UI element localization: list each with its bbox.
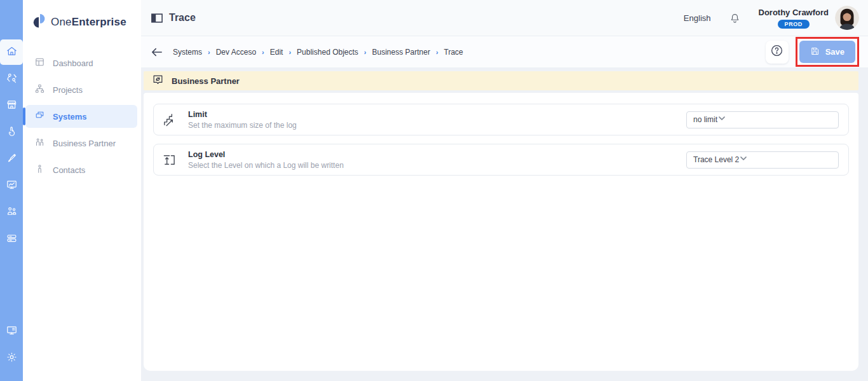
breadcrumb-separator: ›	[436, 48, 438, 56]
breadcrumb-separator: ›	[364, 48, 367, 56]
paintbrush-icon	[6, 152, 18, 167]
log-level-dropdown-value: Trace Level 2	[693, 155, 739, 164]
chevron-down-icon	[717, 114, 726, 125]
sidebar-item-label: Systems	[53, 112, 86, 121]
rail-item-monitor-chart[interactable]	[0, 173, 23, 198]
section-banner-title: Business Partner	[172, 76, 240, 86]
monitor-apps-icon	[6, 324, 18, 339]
home-icon	[6, 45, 18, 60]
breadcrumb-separator: ›	[208, 48, 210, 56]
log-level-dropdown[interactable]: Trace Level 2	[686, 151, 839, 169]
log-level-icon	[162, 153, 177, 167]
rail-item-hand-pointer[interactable]	[0, 120, 23, 145]
breadcrumb-item[interactable]: Published Objects	[297, 48, 358, 57]
help-button[interactable]	[766, 41, 789, 64]
chevron-down-icon	[739, 154, 748, 165]
breadcrumb-item[interactable]: Edit	[270, 48, 283, 57]
sidebar-item-dashboard[interactable]: Dashboard	[25, 52, 137, 74]
icon-rail	[0, 0, 23, 381]
hand-pointer-icon	[6, 125, 18, 140]
monitor-chart-icon	[6, 179, 18, 193]
user-name: Dorothy Crawford	[759, 8, 829, 17]
sidebar: OneEnterprise Dashboard Projects Systems…	[23, 0, 141, 381]
page-title: Trace	[169, 12, 196, 24]
breadcrumb-item[interactable]: Trace	[444, 48, 463, 57]
contacts-icon	[34, 163, 45, 176]
field-description: Set the maximum size of the log	[188, 121, 297, 130]
field-title: Limit	[188, 110, 297, 119]
rail-item-home[interactable]	[0, 39, 23, 65]
rail-item-monitor-apps[interactable]	[0, 319, 23, 344]
rail-item-paintbrush[interactable]	[0, 146, 23, 172]
brand-logo[interactable]: OneEnterprise	[23, 0, 141, 47]
sidebar-item-label: Business Partner	[53, 139, 116, 148]
sidebar-item-projects[interactable]: Projects	[25, 78, 137, 101]
gear-icon	[6, 351, 18, 366]
brand-name: OneEnterprise	[51, 16, 126, 29]
sidebar-item-business-partner[interactable]: Business Partner	[25, 132, 137, 155]
sidebar-item-label: Projects	[53, 85, 83, 95]
field-row-log-level: Log Level Select the Level on which a Lo…	[153, 144, 849, 176]
rail-item-server[interactable]	[0, 226, 23, 252]
topbar: Trace English Dorothy Crawford PROD	[141, 0, 868, 36]
projects-icon	[34, 83, 45, 96]
sidebar-menu: Dashboard Projects Systems Business Part…	[23, 47, 141, 183]
dashboard-icon	[34, 57, 45, 69]
sidebar-item-label: Dashboard	[53, 59, 93, 68]
breadcrumb-bar: Systems › Dev Acceso › Edit › Published …	[141, 36, 868, 67]
main-area: Trace English Dorothy Crawford PROD Syst…	[141, 0, 868, 381]
notifications-bell-icon[interactable]	[729, 12, 741, 24]
business-partner-badge-icon	[152, 74, 164, 88]
breadcrumb-separator: ›	[288, 48, 291, 56]
app-window: OneEnterprise Dashboard Projects Systems…	[0, 0, 868, 381]
breadcrumb-item[interactable]: Systems	[173, 48, 202, 57]
question-icon	[770, 44, 783, 60]
annotation-highlight: Save	[796, 37, 859, 67]
limit-dropdown-value: no limit	[693, 115, 717, 124]
breadcrumb-separator: ›	[262, 48, 264, 56]
users-sync-icon	[6, 72, 18, 87]
breadcrumb-item[interactable]: Business Partner	[372, 48, 430, 57]
field-title: Log Level	[188, 150, 344, 159]
sidebar-item-label: Contacts	[53, 165, 85, 175]
environment-badge: PROD	[778, 20, 810, 29]
limit-steps-icon	[162, 113, 177, 127]
panel-toggle-icon[interactable]	[151, 13, 163, 23]
field-row-limit: Limit Set the maximum size of the log no…	[153, 104, 849, 135]
business-partner-icon	[34, 137, 45, 149]
rail-item-settings[interactable]	[0, 345, 23, 371]
save-floppy-icon	[810, 46, 820, 58]
user-menu[interactable]: Dorothy Crawford PROD	[759, 8, 829, 29]
brand-logo-mark	[31, 11, 48, 33]
systems-icon	[34, 110, 45, 123]
section-banner: Business Partner	[144, 71, 858, 90]
language-selector[interactable]: English	[684, 13, 711, 23]
avatar[interactable]	[835, 6, 859, 30]
save-button[interactable]: Save	[799, 41, 855, 63]
server-icon	[6, 232, 18, 247]
sidebar-item-contacts[interactable]: Contacts	[25, 158, 137, 181]
limit-dropdown[interactable]: no limit	[686, 111, 839, 128]
rail-item-users[interactable]	[0, 200, 23, 225]
breadcrumb-item[interactable]: Dev Acceso	[216, 48, 256, 57]
users-icon	[6, 205, 18, 220]
settings-panel: Limit Set the maximum size of the log no…	[144, 93, 858, 371]
breadcrumb: Systems › Dev Acceso › Edit › Published …	[173, 48, 463, 57]
rail-item-store[interactable]	[0, 93, 23, 118]
store-icon	[6, 99, 18, 113]
back-button[interactable]	[151, 47, 163, 57]
rail-item-users-sync[interactable]	[0, 66, 23, 92]
content-area: Business Partner Limit Set the maximum s…	[141, 67, 868, 381]
sidebar-item-systems[interactable]: Systems	[25, 105, 137, 128]
field-description: Select the Level on which a Log will be …	[188, 161, 344, 170]
